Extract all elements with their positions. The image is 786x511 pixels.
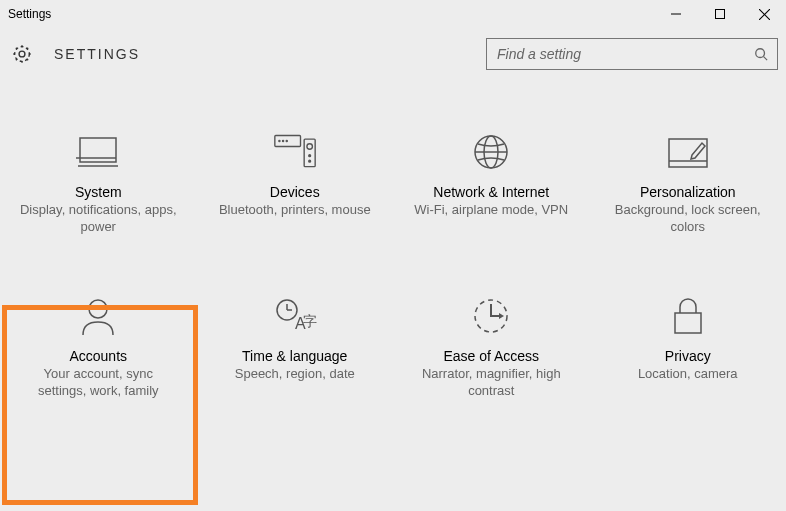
tile-title: Ease of Access xyxy=(443,348,539,364)
svg-rect-32 xyxy=(675,313,701,333)
minimize-icon xyxy=(671,9,681,19)
svg-line-7 xyxy=(764,57,768,61)
svg-marker-31 xyxy=(499,313,504,319)
devices-icon xyxy=(273,130,317,174)
accounts-icon xyxy=(76,294,120,338)
tile-desc: Display, notifications, apps, power xyxy=(18,202,178,236)
window-title: Settings xyxy=(8,7,51,21)
page-title: SETTINGS xyxy=(54,46,140,62)
svg-point-18 xyxy=(309,160,311,162)
close-button[interactable] xyxy=(742,0,786,28)
tile-desc: Bluetooth, printers, mouse xyxy=(219,202,371,219)
svg-point-4 xyxy=(19,51,25,57)
tile-system[interactable]: System Display, notifications, apps, pow… xyxy=(0,130,197,236)
svg-point-16 xyxy=(307,144,313,150)
svg-point-17 xyxy=(309,155,311,157)
settings-grid: System Display, notifications, apps, pow… xyxy=(0,80,786,400)
gear-icon xyxy=(10,42,34,66)
tile-title: Personalization xyxy=(640,184,736,200)
svg-point-6 xyxy=(756,49,765,58)
tile-title: Time & language xyxy=(242,348,347,364)
close-icon xyxy=(759,9,770,20)
header: SETTINGS xyxy=(0,28,786,80)
svg-point-13 xyxy=(282,140,283,141)
tile-privacy[interactable]: Privacy Location, camera xyxy=(590,294,787,400)
system-icon xyxy=(76,130,120,174)
svg-point-12 xyxy=(279,140,280,141)
globe-icon xyxy=(469,130,513,174)
tile-personalization[interactable]: Personalization Background, lock screen,… xyxy=(590,130,787,236)
tile-desc: Your account, sync settings, work, famil… xyxy=(18,366,178,400)
window-controls xyxy=(654,0,786,28)
tile-accounts[interactable]: Accounts Your account, sync settings, wo… xyxy=(0,294,197,400)
search-input[interactable] xyxy=(497,46,753,62)
titlebar: Settings xyxy=(0,0,786,28)
search-box[interactable] xyxy=(486,38,778,70)
tile-desc: Wi-Fi, airplane mode, VPN xyxy=(414,202,568,219)
maximize-icon xyxy=(715,9,725,19)
tile-title: Network & Internet xyxy=(433,184,549,200)
time-language-icon: A字 xyxy=(273,294,317,338)
svg-rect-1 xyxy=(716,10,725,19)
tile-devices[interactable]: Devices Bluetooth, printers, mouse xyxy=(197,130,394,236)
tile-ease-of-access[interactable]: Ease of Access Narrator, magnifier, high… xyxy=(393,294,590,400)
minimize-button[interactable] xyxy=(654,0,698,28)
tile-desc: Location, camera xyxy=(638,366,738,383)
personalization-icon xyxy=(666,130,710,174)
tile-title: System xyxy=(75,184,122,200)
search-icon xyxy=(753,46,769,62)
tile-title: Privacy xyxy=(665,348,711,364)
tile-title: Accounts xyxy=(69,348,127,364)
tile-network[interactable]: Network & Internet Wi-Fi, airplane mode,… xyxy=(393,130,590,236)
maximize-button[interactable] xyxy=(698,0,742,28)
ease-of-access-icon xyxy=(469,294,513,338)
lock-icon xyxy=(666,294,710,338)
svg-point-24 xyxy=(89,300,107,318)
svg-text:字: 字 xyxy=(303,313,317,329)
tile-desc: Speech, region, date xyxy=(235,366,355,383)
tile-time-language[interactable]: A字 Time & language Speech, region, date xyxy=(197,294,394,400)
svg-point-14 xyxy=(286,140,287,141)
tile-desc: Narrator, magnifier, high contrast xyxy=(411,366,571,400)
tile-title: Devices xyxy=(270,184,320,200)
tile-desc: Background, lock screen, colors xyxy=(608,202,768,236)
svg-point-5 xyxy=(15,47,30,62)
